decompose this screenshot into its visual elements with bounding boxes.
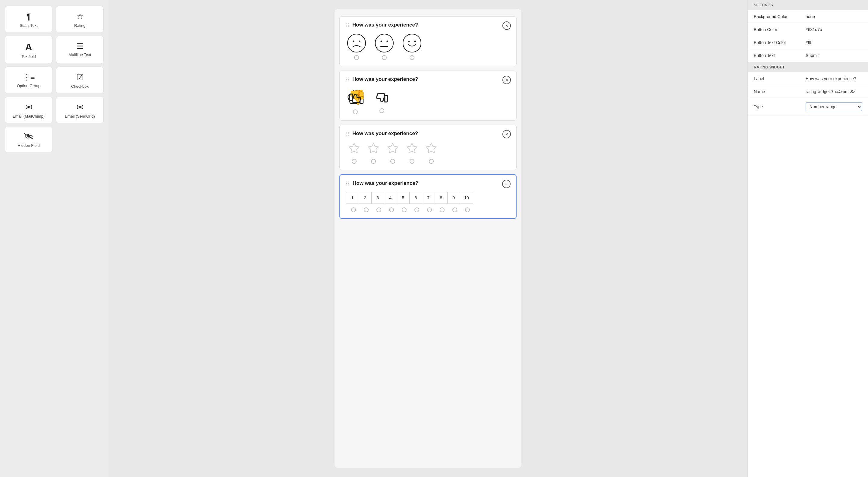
sidebar-item-rating[interactable]: ☆ Rating	[56, 6, 104, 32]
svg-point-3	[359, 41, 361, 42]
hidden-field-icon	[24, 133, 33, 141]
number-cell-10: 10	[460, 192, 473, 204]
drag-handle[interactable]	[346, 23, 349, 27]
sidebar-item-textfield[interactable]: A Textfield	[5, 36, 53, 63]
number-radio-10[interactable]	[461, 207, 474, 212]
sidebar-grid: ¶ Static Text ☆ Rating A Textfield ☰ Mul…	[5, 6, 104, 152]
thumb-up[interactable]	[373, 89, 390, 113]
emoji-neutral[interactable]	[375, 33, 394, 60]
sidebar-item-label: Rating	[74, 23, 86, 28]
close-button[interactable]	[502, 22, 511, 30]
radio-sad[interactable]	[354, 55, 359, 60]
settings-value-button-text-color: #fff	[806, 40, 862, 45]
number-radio-7[interactable]	[423, 207, 436, 212]
radio-neutral[interactable]	[382, 55, 387, 60]
radio-circle-4[interactable]	[389, 207, 394, 212]
widget-header: How was your experience?	[346, 130, 510, 137]
widget-number-range[interactable]: How was your experience? 12345678910	[339, 174, 517, 219]
option-group-icon: ⋮≡	[22, 73, 35, 81]
radio-star-3[interactable]	[390, 159, 395, 164]
type-select[interactable]: EmojiThumbsStarsNumber range	[806, 102, 862, 111]
close-button[interactable]	[502, 130, 511, 139]
sidebar-item-label: Textfield	[22, 54, 36, 59]
radio-thumbs-down[interactable]	[353, 110, 358, 114]
settings-row-button-text: Button Text Submit	[748, 49, 868, 62]
radio-circle-5[interactable]	[402, 207, 407, 212]
widget-title: How was your experience?	[352, 76, 510, 82]
radio-circle-3[interactable]	[376, 207, 381, 212]
settings-value-label: How was your experience?	[806, 76, 862, 81]
star-3[interactable]	[385, 142, 400, 164]
number-radio-9[interactable]	[448, 207, 461, 212]
drag-dots	[346, 23, 349, 27]
number-cell-1: 1	[346, 192, 359, 204]
number-radio-6[interactable]	[410, 207, 423, 212]
sidebar-item-option-group[interactable]: ⋮≡ Option Group	[5, 67, 53, 93]
thumb-down[interactable]: 👎	[347, 88, 364, 114]
radio-star-2[interactable]	[371, 159, 376, 164]
star-2[interactable]	[366, 142, 381, 164]
widget-thumbs[interactable]: How was your experience? 👎	[339, 70, 517, 121]
number-radio-1[interactable]	[347, 207, 360, 212]
emoji-sad[interactable]	[347, 33, 366, 60]
radio-circle-8[interactable]	[440, 207, 444, 212]
sidebar-item-hidden-field[interactable]: Hidden Field	[5, 127, 53, 152]
sidebar-item-static-text[interactable]: ¶ Static Text	[5, 6, 53, 32]
close-button[interactable]	[502, 180, 510, 188]
drag-handle[interactable]	[346, 132, 349, 136]
number-cell-6: 6	[410, 192, 422, 204]
sidebar-item-label: Multiline Text	[69, 53, 91, 57]
sidebar-item-email-mailchimp[interactable]: ✉ Email (MailChimp)	[5, 97, 53, 123]
svg-point-9	[408, 41, 410, 42]
number-radios	[346, 207, 510, 212]
widget-emoji[interactable]: How was your experience?	[339, 16, 517, 66]
checkbox-icon: ☑	[76, 73, 84, 82]
sidebar: ¶ Static Text ☆ Rating A Textfield ☰ Mul…	[0, 0, 108, 477]
settings-global-header: SETTINGS	[748, 0, 868, 10]
radio-thumbs-up[interactable]	[379, 108, 384, 113]
svg-point-1	[347, 34, 366, 52]
number-radio-8[interactable]	[436, 207, 448, 212]
svg-point-5	[381, 41, 382, 42]
widget-stars[interactable]: How was your experience?	[339, 125, 517, 170]
radio-happy[interactable]	[410, 55, 414, 60]
sidebar-item-multiline-text[interactable]: ☰ Multiline Text	[56, 36, 104, 63]
settings-row-type: Type EmojiThumbsStarsNumber range	[748, 98, 868, 116]
drag-handle[interactable]	[346, 181, 350, 185]
star-1[interactable]	[347, 142, 361, 164]
radio-circle-2[interactable]	[364, 207, 369, 212]
number-radio-5[interactable]	[398, 207, 410, 212]
settings-label-label: Label	[754, 76, 802, 81]
settings-value-button-text: Submit	[806, 53, 862, 58]
radio-circle-6[interactable]	[414, 207, 419, 212]
sidebar-item-label: Checkbox	[71, 84, 89, 89]
number-radio-4[interactable]	[385, 207, 398, 212]
emoji-happy[interactable]	[402, 33, 422, 60]
drag-handle[interactable]	[346, 78, 349, 81]
number-radio-3[interactable]	[373, 207, 385, 212]
settings-row-name: Name rating-widget-7ua4xpms8z	[748, 85, 868, 98]
settings-panel: SETTINGS Background Color none Button Co…	[747, 0, 868, 477]
radio-star-4[interactable]	[410, 159, 414, 164]
star-icon: ☆	[76, 12, 84, 21]
widget-header: How was your experience?	[346, 22, 510, 28]
settings-row-bg-color: Background Color none	[748, 10, 868, 23]
emoji-row	[346, 33, 510, 60]
radio-star-5[interactable]	[429, 159, 434, 164]
sidebar-item-checkbox[interactable]: ☑ Checkbox	[56, 67, 104, 93]
star-4[interactable]	[405, 142, 419, 164]
close-button[interactable]	[502, 76, 511, 84]
canvas-inner: How was your experience?	[335, 9, 521, 468]
sidebar-item-label: Email (SendGrid)	[65, 114, 95, 119]
radio-circle-10[interactable]	[465, 207, 470, 212]
radio-star-1[interactable]	[352, 159, 356, 164]
radio-circle-1[interactable]	[351, 207, 356, 212]
number-radio-2[interactable]	[360, 207, 373, 212]
number-row: 12345678910	[346, 192, 473, 204]
radio-circle-9[interactable]	[453, 207, 457, 212]
sidebar-item-label: Static Text	[20, 23, 38, 28]
number-cell-9: 9	[447, 192, 460, 204]
star-5[interactable]	[424, 142, 438, 164]
radio-circle-7[interactable]	[427, 207, 432, 212]
sidebar-item-email-sendgrid[interactable]: ✉ Email (SendGrid)	[56, 97, 104, 123]
